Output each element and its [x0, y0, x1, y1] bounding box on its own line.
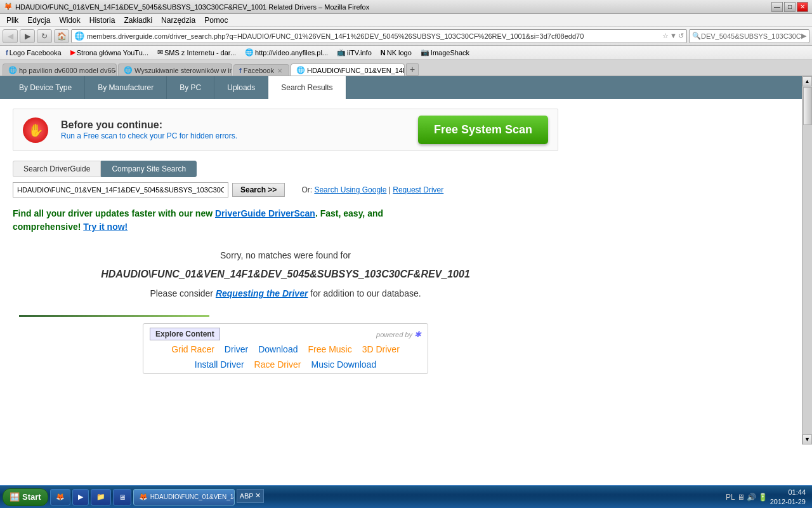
menu-edycja[interactable]: Edycja	[23, 15, 54, 26]
media-player-icon: ▶	[78, 493, 83, 501]
explore-link-install-driver[interactable]: Install Driver	[195, 359, 244, 370]
minimize-button[interactable]: —	[771, 2, 783, 12]
search-input[interactable]	[13, 182, 228, 197]
explore-link-driver[interactable]: Driver	[225, 344, 248, 354]
taskbar-firefox-window[interactable]: 🦊 HDAUDIO\FUNC_01&VEN_14F1&DEV...	[133, 489, 235, 505]
section-divider	[19, 315, 209, 317]
menu-zakladki[interactable]: Zakładki	[120, 15, 156, 26]
bookmark-star-icon[interactable]: ☆	[662, 32, 669, 40]
explorer-icon: 📁	[96, 493, 105, 501]
free-scan-button[interactable]: Free System Scan	[418, 116, 548, 144]
dropdown-icon[interactable]: ▼	[670, 32, 677, 40]
firefox-icon: 🦊	[56, 493, 65, 501]
maximize-button[interactable]: □	[784, 2, 796, 12]
explore-links: Grid Racer Driver Download Free Music 3D…	[150, 344, 421, 370]
browser-search-input[interactable]	[701, 32, 801, 40]
explore-link-grid-racer[interactable]: Grid Racer	[171, 344, 214, 354]
page-content: By Device Type By Manufacturer By PC Upl…	[0, 76, 812, 485]
tray-network-icon: 🖥	[737, 493, 745, 502]
scroll-track[interactable]	[802, 86, 812, 434]
search-go-icon[interactable]: ▶	[801, 32, 806, 40]
driverscan-link[interactable]: DriverGuide DriverScan	[215, 208, 315, 218]
search-go-button[interactable]: Search >>	[232, 183, 285, 197]
company-site-search-tab[interactable]: Company Site Search	[101, 161, 197, 177]
url-text: members.driverguide.com/driver_search.ph…	[87, 32, 660, 40]
bookmark-nk-label: NK logo	[387, 49, 412, 57]
bookmark-facebook[interactable]: f Logo Facebooka	[3, 48, 65, 57]
bookmark-youtube[interactable]: ▶ Strona główna YouTu...	[67, 48, 152, 57]
adblock-button[interactable]: ABP ✕	[237, 489, 264, 503]
try-now-link[interactable]: Try it now!	[83, 222, 128, 232]
navbar: ◀ ▶ ↻ 🏠 🌐 members.driverguide.com/driver…	[0, 27, 812, 46]
bookmark-imageshack[interactable]: 📷 ImageShack	[417, 48, 473, 57]
hand-stop-icon: ✋	[23, 117, 48, 143]
tab-active-label: HDAUDIO\FUNC_01&VEN_14F1&DEV...	[307, 67, 405, 74]
explore-link-music-download[interactable]: Music Download	[311, 359, 376, 370]
address-bar[interactable]: 🌐 members.driverguide.com/driver_search.…	[71, 29, 687, 43]
nav-search-results[interactable]: Search Results	[268, 76, 346, 99]
browser-search-bar[interactable]: 🔍 ▶	[689, 29, 809, 43]
free-scan-link[interactable]: Run a Free scan to check your PC for hid…	[61, 131, 237, 140]
new-tab-button[interactable]: +	[406, 63, 419, 76]
sms-icon: ✉	[157, 48, 163, 57]
tray-date: 2012-01-29	[770, 497, 806, 506]
requesting-driver-link[interactable]: Requesting the Driver	[216, 288, 308, 298]
home-button[interactable]: 🏠	[54, 29, 69, 43]
network-icon: 🖥	[119, 493, 126, 501]
bookmark-video[interactable]: 🌐 http://video.anyfiles.pl...	[242, 48, 331, 57]
explore-link-3d-driver[interactable]: 3D Driver	[362, 344, 400, 354]
back-button[interactable]: ◀	[3, 29, 18, 43]
explore-link-free-music[interactable]: Free Music	[308, 344, 351, 354]
tray-clock: 01:44 2012-01-29	[770, 488, 806, 506]
nav-uploads[interactable]: Uploads	[214, 76, 268, 99]
scrollbar[interactable]: ▲ ▼	[802, 76, 812, 444]
facebook-icon: f	[6, 49, 8, 57]
adblock-close-icon[interactable]: ✕	[255, 491, 261, 500]
tray-time: 01:44	[770, 488, 806, 497]
menu-historia[interactable]: Historia	[86, 15, 119, 26]
menu-narzedzia[interactable]: Narzędzia	[157, 15, 199, 26]
tabs-bar: 🌐 hp pavilion dv6000 model dv6640ew ... …	[0, 60, 812, 76]
request-driver-link[interactable]: Request Driver	[393, 185, 443, 194]
window-title-area: 🦊 HDAUDIO/FUNC_01&VEN_14F1&DEV_5045&SUBS…	[4, 3, 369, 11]
taskbar-explorer[interactable]: 📁	[91, 489, 111, 505]
bookmark-sms[interactable]: ✉ SMS z Internetu - dar...	[154, 48, 239, 57]
menu-pomoc[interactable]: Pomoc	[200, 15, 232, 26]
error-line2: Please consider Requesting the Driver fo…	[13, 284, 558, 302]
nav-by-manufacturer[interactable]: By Manufacturer	[85, 76, 167, 99]
bookmark-nk[interactable]: N NK logo	[377, 48, 415, 57]
page-icon: 🌐	[74, 31, 84, 41]
tray-battery-icon: 🔋	[758, 493, 768, 502]
forward-button[interactable]: ▶	[20, 29, 35, 43]
address-icons: ☆ ▼ ↺	[662, 32, 684, 40]
start-button[interactable]: 🪟 Start	[3, 488, 48, 506]
taskbar-mediaplayer[interactable]: ▶	[72, 489, 89, 505]
menu-widok[interactable]: Widok	[55, 15, 84, 26]
google-search-link[interactable]: Search Using Google	[314, 185, 386, 194]
tab-1-label: hp pavilion dv6000 model dv6640ew ...	[19, 67, 117, 74]
explore-link-race-driver[interactable]: Race Driver	[254, 359, 301, 370]
tab-1[interactable]: 🌐 hp pavilion dv6000 model dv6640ew ... …	[3, 64, 117, 76]
search-driverguide-tab[interactable]: Search DriverGuide	[13, 161, 101, 177]
bookmark-facebook-label: Logo Facebooka	[10, 49, 62, 57]
taskbar-network[interactable]: 🖥	[113, 489, 131, 505]
video-icon: 🌐	[245, 48, 254, 57]
tab-active[interactable]: 🌐 HDAUDIO\FUNC_01&VEN_14F1&DEV... ✕	[291, 64, 405, 76]
tab-facebook[interactable]: f Facebook ✕	[233, 64, 289, 76]
scroll-thumb[interactable]	[803, 87, 812, 125]
nav-by-pc[interactable]: By PC	[167, 76, 214, 99]
scroll-down-button[interactable]: ▼	[802, 434, 812, 444]
refresh-small-icon[interactable]: ↺	[678, 32, 684, 40]
scroll-up-button[interactable]: ▲	[802, 76, 812, 86]
tab-facebook-close[interactable]: ✕	[276, 67, 284, 74]
tab-2[interactable]: 🌐 Wyszukiwanie sterowników w interne... …	[118, 64, 232, 76]
browser-icon: 🦊	[4, 3, 13, 11]
explore-link-download[interactable]: Download	[258, 344, 298, 354]
close-button[interactable]: ✕	[797, 2, 808, 12]
reload-button[interactable]: ↻	[37, 29, 52, 43]
menu-plik[interactable]: Plik	[3, 15, 22, 26]
nav-by-device-type[interactable]: By Device Type	[6, 76, 85, 99]
bookmark-iitv[interactable]: 📺 iiTV.info	[334, 48, 375, 57]
taskbar-firefox-icon[interactable]: 🦊	[50, 489, 70, 505]
tab-active-icon: 🌐	[296, 66, 305, 74]
